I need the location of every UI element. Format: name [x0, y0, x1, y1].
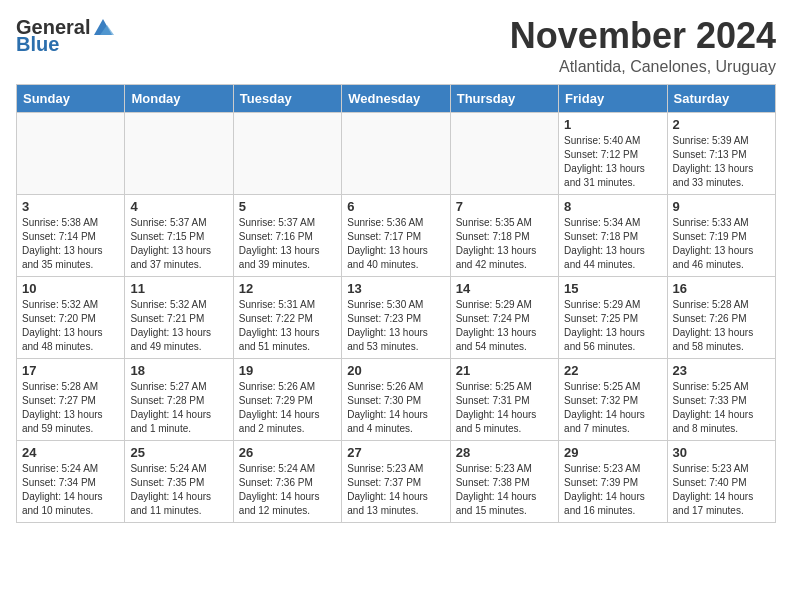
calendar-week-row: 10Sunrise: 5:32 AMSunset: 7:20 PMDayligh…: [17, 276, 776, 358]
table-row: 16Sunrise: 5:28 AMSunset: 7:26 PMDayligh…: [667, 276, 775, 358]
table-row: 24Sunrise: 5:24 AMSunset: 7:34 PMDayligh…: [17, 440, 125, 522]
day-number: 11: [130, 281, 227, 296]
day-number: 6: [347, 199, 444, 214]
table-row: [233, 112, 341, 194]
table-row: 15Sunrise: 5:29 AMSunset: 7:25 PMDayligh…: [559, 276, 667, 358]
day-info: Sunrise: 5:26 AMSunset: 7:29 PMDaylight:…: [239, 380, 336, 436]
day-number: 18: [130, 363, 227, 378]
title-section: November 2024 Atlantida, Canelones, Urug…: [510, 16, 776, 76]
table-row: 28Sunrise: 5:23 AMSunset: 7:38 PMDayligh…: [450, 440, 558, 522]
logo: General Blue: [16, 16, 114, 56]
day-info: Sunrise: 5:24 AMSunset: 7:36 PMDaylight:…: [239, 462, 336, 518]
day-number: 5: [239, 199, 336, 214]
day-info: Sunrise: 5:36 AMSunset: 7:17 PMDaylight:…: [347, 216, 444, 272]
table-row: 2Sunrise: 5:39 AMSunset: 7:13 PMDaylight…: [667, 112, 775, 194]
day-number: 29: [564, 445, 661, 460]
page-header: General Blue November 2024 Atlantida, Ca…: [16, 16, 776, 76]
day-number: 12: [239, 281, 336, 296]
day-info: Sunrise: 5:28 AMSunset: 7:26 PMDaylight:…: [673, 298, 770, 354]
day-info: Sunrise: 5:25 AMSunset: 7:32 PMDaylight:…: [564, 380, 661, 436]
header-sunday: Sunday: [17, 84, 125, 112]
table-row: 8Sunrise: 5:34 AMSunset: 7:18 PMDaylight…: [559, 194, 667, 276]
table-row: 14Sunrise: 5:29 AMSunset: 7:24 PMDayligh…: [450, 276, 558, 358]
day-number: 26: [239, 445, 336, 460]
calendar-week-row: 24Sunrise: 5:24 AMSunset: 7:34 PMDayligh…: [17, 440, 776, 522]
day-number: 27: [347, 445, 444, 460]
day-number: 22: [564, 363, 661, 378]
day-info: Sunrise: 5:30 AMSunset: 7:23 PMDaylight:…: [347, 298, 444, 354]
table-row: 30Sunrise: 5:23 AMSunset: 7:40 PMDayligh…: [667, 440, 775, 522]
table-row: 21Sunrise: 5:25 AMSunset: 7:31 PMDayligh…: [450, 358, 558, 440]
day-number: 2: [673, 117, 770, 132]
day-info: Sunrise: 5:35 AMSunset: 7:18 PMDaylight:…: [456, 216, 553, 272]
header-friday: Friday: [559, 84, 667, 112]
table-row: 27Sunrise: 5:23 AMSunset: 7:37 PMDayligh…: [342, 440, 450, 522]
day-number: 13: [347, 281, 444, 296]
day-number: 17: [22, 363, 119, 378]
day-info: Sunrise: 5:25 AMSunset: 7:31 PMDaylight:…: [456, 380, 553, 436]
calendar-header-row: Sunday Monday Tuesday Wednesday Thursday…: [17, 84, 776, 112]
header-thursday: Thursday: [450, 84, 558, 112]
calendar-table: Sunday Monday Tuesday Wednesday Thursday…: [16, 84, 776, 523]
location-subtitle: Atlantida, Canelones, Uruguay: [510, 58, 776, 76]
day-number: 24: [22, 445, 119, 460]
table-row: 23Sunrise: 5:25 AMSunset: 7:33 PMDayligh…: [667, 358, 775, 440]
table-row: 1Sunrise: 5:40 AMSunset: 7:12 PMDaylight…: [559, 112, 667, 194]
table-row: 11Sunrise: 5:32 AMSunset: 7:21 PMDayligh…: [125, 276, 233, 358]
day-number: 7: [456, 199, 553, 214]
day-number: 10: [22, 281, 119, 296]
day-info: Sunrise: 5:23 AMSunset: 7:38 PMDaylight:…: [456, 462, 553, 518]
table-row: 5Sunrise: 5:37 AMSunset: 7:16 PMDaylight…: [233, 194, 341, 276]
header-wednesday: Wednesday: [342, 84, 450, 112]
calendar-week-row: 17Sunrise: 5:28 AMSunset: 7:27 PMDayligh…: [17, 358, 776, 440]
day-info: Sunrise: 5:31 AMSunset: 7:22 PMDaylight:…: [239, 298, 336, 354]
table-row: 12Sunrise: 5:31 AMSunset: 7:22 PMDayligh…: [233, 276, 341, 358]
day-info: Sunrise: 5:24 AMSunset: 7:35 PMDaylight:…: [130, 462, 227, 518]
table-row: 10Sunrise: 5:32 AMSunset: 7:20 PMDayligh…: [17, 276, 125, 358]
day-number: 25: [130, 445, 227, 460]
day-info: Sunrise: 5:37 AMSunset: 7:16 PMDaylight:…: [239, 216, 336, 272]
table-row: 19Sunrise: 5:26 AMSunset: 7:29 PMDayligh…: [233, 358, 341, 440]
table-row: 6Sunrise: 5:36 AMSunset: 7:17 PMDaylight…: [342, 194, 450, 276]
day-info: Sunrise: 5:32 AMSunset: 7:20 PMDaylight:…: [22, 298, 119, 354]
header-saturday: Saturday: [667, 84, 775, 112]
day-number: 28: [456, 445, 553, 460]
table-row: 17Sunrise: 5:28 AMSunset: 7:27 PMDayligh…: [17, 358, 125, 440]
day-info: Sunrise: 5:24 AMSunset: 7:34 PMDaylight:…: [22, 462, 119, 518]
day-number: 21: [456, 363, 553, 378]
day-info: Sunrise: 5:29 AMSunset: 7:25 PMDaylight:…: [564, 298, 661, 354]
day-number: 15: [564, 281, 661, 296]
table-row: [342, 112, 450, 194]
header-monday: Monday: [125, 84, 233, 112]
day-number: 8: [564, 199, 661, 214]
table-row: 26Sunrise: 5:24 AMSunset: 7:36 PMDayligh…: [233, 440, 341, 522]
day-info: Sunrise: 5:34 AMSunset: 7:18 PMDaylight:…: [564, 216, 661, 272]
day-number: 23: [673, 363, 770, 378]
table-row: [450, 112, 558, 194]
day-number: 16: [673, 281, 770, 296]
day-info: Sunrise: 5:29 AMSunset: 7:24 PMDaylight:…: [456, 298, 553, 354]
day-info: Sunrise: 5:26 AMSunset: 7:30 PMDaylight:…: [347, 380, 444, 436]
table-row: 13Sunrise: 5:30 AMSunset: 7:23 PMDayligh…: [342, 276, 450, 358]
calendar-week-row: 3Sunrise: 5:38 AMSunset: 7:14 PMDaylight…: [17, 194, 776, 276]
day-number: 30: [673, 445, 770, 460]
day-info: Sunrise: 5:33 AMSunset: 7:19 PMDaylight:…: [673, 216, 770, 272]
day-info: Sunrise: 5:23 AMSunset: 7:39 PMDaylight:…: [564, 462, 661, 518]
table-row: 9Sunrise: 5:33 AMSunset: 7:19 PMDaylight…: [667, 194, 775, 276]
day-number: 3: [22, 199, 119, 214]
header-tuesday: Tuesday: [233, 84, 341, 112]
logo-blue-text: Blue: [16, 33, 59, 56]
table-row: 18Sunrise: 5:27 AMSunset: 7:28 PMDayligh…: [125, 358, 233, 440]
table-row: 20Sunrise: 5:26 AMSunset: 7:30 PMDayligh…: [342, 358, 450, 440]
day-info: Sunrise: 5:23 AMSunset: 7:37 PMDaylight:…: [347, 462, 444, 518]
table-row: 29Sunrise: 5:23 AMSunset: 7:39 PMDayligh…: [559, 440, 667, 522]
table-row: 4Sunrise: 5:37 AMSunset: 7:15 PMDaylight…: [125, 194, 233, 276]
table-row: 25Sunrise: 5:24 AMSunset: 7:35 PMDayligh…: [125, 440, 233, 522]
day-number: 20: [347, 363, 444, 378]
day-info: Sunrise: 5:28 AMSunset: 7:27 PMDaylight:…: [22, 380, 119, 436]
table-row: 3Sunrise: 5:38 AMSunset: 7:14 PMDaylight…: [17, 194, 125, 276]
logo-icon: [92, 17, 114, 39]
day-number: 19: [239, 363, 336, 378]
day-number: 9: [673, 199, 770, 214]
day-info: Sunrise: 5:32 AMSunset: 7:21 PMDaylight:…: [130, 298, 227, 354]
